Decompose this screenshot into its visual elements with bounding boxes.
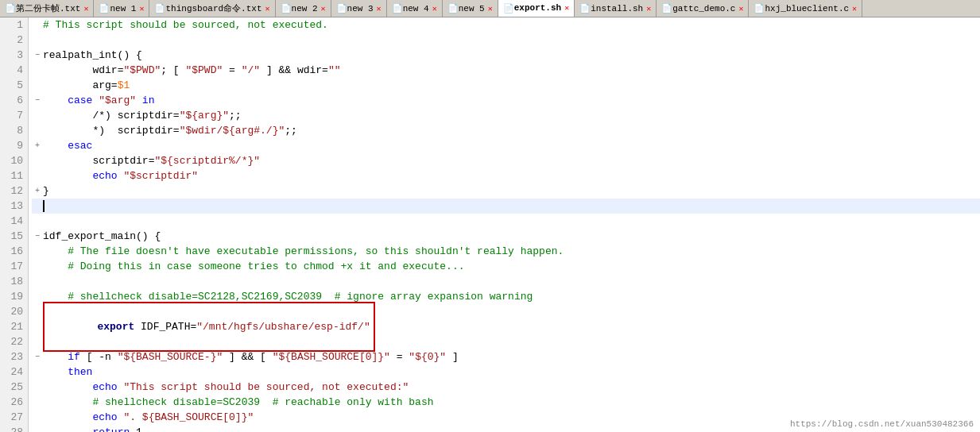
line-8-indent bbox=[43, 123, 92, 138]
code-line-11: echo "$scriptdir" bbox=[32, 168, 980, 183]
editor: 1 2 3 4 5 6 7 8 9 10 11 12 13 14 15 16 1… bbox=[0, 17, 980, 432]
tab-icon: 📄 bbox=[281, 3, 292, 14]
line-15-text: idf_export_main() { bbox=[43, 229, 161, 244]
fold-3[interactable]: − bbox=[32, 48, 43, 63]
line-9-indent bbox=[43, 138, 68, 153]
tab-icon: 📄 bbox=[99, 3, 110, 14]
fold-23[interactable]: − bbox=[32, 349, 43, 364]
code-line-2 bbox=[32, 33, 980, 48]
line-num-15: 15 bbox=[0, 229, 28, 244]
line-num-7: 7 bbox=[0, 108, 28, 123]
line-7-indent bbox=[43, 108, 92, 123]
code-line-3: − realpath_int() { bbox=[32, 48, 980, 63]
tab-new2[interactable]: 📄 new 2 ✕ bbox=[276, 0, 331, 17]
line-num-25: 25 bbox=[0, 380, 28, 395]
tab-icon: 📄 bbox=[661, 3, 672, 14]
line-21-export: export bbox=[97, 321, 141, 333]
tab-export-sh[interactable]: 📄 export.sh ✕ bbox=[498, 0, 575, 17]
line-num-26: 26 bbox=[0, 395, 28, 410]
line-17-text: # Doing this in case someone tries to ch… bbox=[68, 259, 464, 274]
close-icon[interactable]: ✕ bbox=[265, 4, 270, 14]
line-27-echo: echo bbox=[92, 410, 123, 425]
line-9-esac: esac bbox=[68, 138, 92, 153]
code-area[interactable]: # This script should be sourced, not exe… bbox=[29, 17, 980, 432]
line-4-str4: "" bbox=[328, 63, 341, 78]
tab-label: hxj_blueclient.c bbox=[765, 4, 849, 14]
line-26-text: # shellcheck disable=SC2039 # reachable … bbox=[92, 395, 433, 410]
line-4-text: wdir= bbox=[92, 63, 123, 78]
close-icon[interactable]: ✕ bbox=[488, 4, 493, 14]
code-line-4: wdir="$PWD"; [ "$PWD" = "/" ] && wdir="" bbox=[32, 63, 980, 78]
close-icon[interactable]: ✕ bbox=[377, 4, 382, 14]
tab-new1[interactable]: 📄 new 1 ✕ bbox=[94, 0, 149, 17]
line-num-14: 14 bbox=[0, 214, 28, 229]
fold-12[interactable]: + bbox=[32, 183, 43, 199]
line-17-indent bbox=[43, 259, 68, 274]
fold-15[interactable]: − bbox=[32, 229, 43, 244]
line-num-20: 20 bbox=[0, 304, 28, 319]
line-27-indent bbox=[43, 410, 92, 425]
close-icon[interactable]: ✕ bbox=[321, 4, 326, 14]
tab-icon: 📄 bbox=[579, 3, 591, 14]
line-num-27: 27 bbox=[0, 410, 28, 425]
tab-new5[interactable]: 📄 new 5 ✕ bbox=[443, 0, 498, 17]
line-5-var: $1 bbox=[118, 78, 130, 93]
line-23-and: ] && [ bbox=[223, 349, 272, 364]
line-8-pattern: *) scriptdir= bbox=[92, 123, 179, 138]
tab-label: new 3 bbox=[347, 4, 374, 14]
line-num-1: 1 bbox=[0, 17, 28, 33]
line-16-text: # The file doesn't have executable permi… bbox=[68, 244, 564, 259]
line-num-6: 6 bbox=[0, 93, 28, 108]
tab-install-sh[interactable]: 📄 install.sh ✕ bbox=[575, 0, 657, 17]
tab-hxj[interactable]: 📄 hxj_blueclient.c ✕ bbox=[749, 0, 862, 17]
line-numbers: 1 2 3 4 5 6 7 8 9 10 11 12 13 14 15 16 1… bbox=[0, 17, 29, 432]
tab-new3[interactable]: 📄 new 3 ✕ bbox=[331, 0, 387, 17]
line-num-19: 19 bbox=[0, 289, 28, 304]
line-num-11: 11 bbox=[0, 168, 28, 183]
line-25-indent bbox=[43, 380, 92, 395]
line-1-text: # This script should be sourced, not exe… bbox=[43, 17, 328, 33]
code-line-6: − case "$arg" in bbox=[32, 93, 980, 108]
code-line-23: − if [ -n "${BASH_SOURCE-}" ] && [ "${BA… bbox=[32, 349, 980, 364]
close-icon[interactable]: ✕ bbox=[432, 4, 437, 14]
line-6-case: case bbox=[68, 93, 99, 108]
code-line-1: # This script should be sourced, not exe… bbox=[32, 17, 980, 33]
close-icon[interactable]: ✕ bbox=[139, 4, 144, 14]
tab-label: new 1 bbox=[110, 4, 136, 14]
line-23-text: [ -n bbox=[80, 349, 118, 364]
code-line-21: export IDF_PATH="/mnt/hgfs/ubshare/esp-i… bbox=[32, 319, 980, 334]
tab-gattc[interactable]: 📄 gattc_demo.c ✕ bbox=[657, 0, 749, 17]
fold-9[interactable]: + bbox=[32, 138, 43, 153]
line-num-12: 12 bbox=[0, 183, 28, 199]
line-num-9: 9 bbox=[0, 138, 28, 153]
line-4-indent bbox=[43, 63, 92, 78]
line-23-str1: "${BASH_SOURCE-}" bbox=[118, 349, 223, 364]
close-icon[interactable]: ✕ bbox=[852, 4, 857, 14]
line-21-var: IDF_PATH= bbox=[141, 321, 196, 333]
line-23-str3: "${0}" bbox=[409, 349, 446, 364]
line-11-indent bbox=[43, 168, 92, 183]
tab-第二份卡帧[interactable]: 📄 第二份卡帧.txt ✕ bbox=[0, 0, 94, 17]
tab-thingsboard[interactable]: 📄 thingsboard命令.txt ✕ bbox=[149, 0, 275, 17]
tab-new4[interactable]: 📄 new 4 ✕ bbox=[387, 0, 443, 17]
tab-label: new 5 bbox=[459, 4, 485, 14]
line-num-13: 13 bbox=[0, 199, 28, 214]
fold-6[interactable]: − bbox=[32, 93, 43, 108]
tab-icon: 📄 bbox=[392, 3, 403, 14]
close-icon[interactable]: ✕ bbox=[738, 4, 743, 14]
code-line-10: scriptdir="${scriptdir%/*}" bbox=[32, 153, 980, 168]
line-num-21: 21 bbox=[0, 319, 28, 334]
close-icon[interactable]: ✕ bbox=[83, 4, 88, 14]
code-line-7: /*) scriptdir="${arg}";; bbox=[32, 108, 980, 123]
line-25-echo: echo bbox=[92, 380, 123, 395]
close-icon[interactable]: ✕ bbox=[646, 4, 651, 14]
tab-label: gattc_demo.c bbox=[672, 4, 735, 14]
line-4-str2: "$PWD" bbox=[185, 63, 223, 78]
code-line-24: then bbox=[32, 364, 980, 380]
tab-label: thingsboard命令.txt bbox=[165, 2, 261, 14]
line-4-op2: = bbox=[223, 63, 241, 78]
close-icon[interactable]: ✕ bbox=[564, 3, 569, 13]
line-num-16: 16 bbox=[0, 244, 28, 259]
line-23-close: ] bbox=[446, 349, 459, 364]
line-11-echo: echo bbox=[92, 168, 123, 183]
